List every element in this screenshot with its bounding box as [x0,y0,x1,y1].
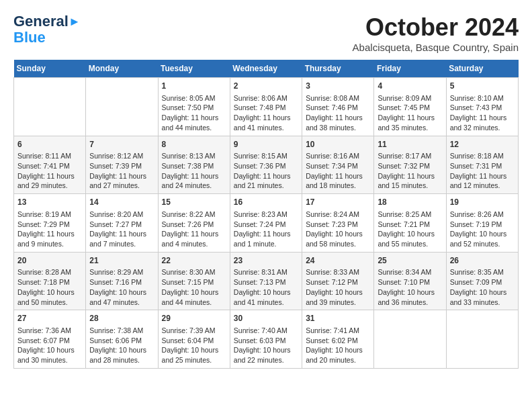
calendar-cell: 8Sunrise: 8:13 AM Sunset: 7:38 PM Daylig… [158,136,230,194]
calendar-cell: 11Sunrise: 8:17 AM Sunset: 7:32 PM Dayli… [374,136,446,194]
weekday-header-tuesday: Tuesday [158,60,230,78]
calendar-cell: 10Sunrise: 8:16 AM Sunset: 7:34 PM Dayli… [302,136,374,194]
day-content: Sunrise: 8:08 AM Sunset: 7:46 PM Dayligh… [306,93,370,133]
page-header: General ► Blue October 2024 Abalcisqueta… [13,13,519,53]
weekday-row: SundayMondayTuesdayWednesdayThursdayFrid… [14,60,519,78]
title-block: October 2024 Abalcisqueta, Basque Countr… [353,13,519,53]
calendar-cell: 12Sunrise: 8:18 AM Sunset: 7:31 PM Dayli… [446,136,518,194]
day-number: 1 [162,81,226,92]
weekday-header-wednesday: Wednesday [230,60,302,78]
calendar-cell [14,78,86,136]
day-content: Sunrise: 8:26 AM Sunset: 7:19 PM Dayligh… [450,210,515,249]
day-number: 8 [162,139,226,150]
day-number: 27 [17,313,82,324]
calendar-cell: 7Sunrise: 8:12 AM Sunset: 7:39 PM Daylig… [86,136,158,194]
logo-general: General [13,13,69,30]
day-content: Sunrise: 8:24 AM Sunset: 7:23 PM Dayligh… [306,210,370,249]
day-number: 15 [162,197,226,208]
day-content: Sunrise: 8:11 AM Sunset: 7:41 PM Dayligh… [17,151,82,191]
calendar-cell: 20Sunrise: 8:28 AM Sunset: 7:18 PM Dayli… [14,252,86,310]
day-content: Sunrise: 8:10 AM Sunset: 7:43 PM Dayligh… [450,93,515,133]
day-number: 6 [17,139,82,150]
calendar-cell: 3Sunrise: 8:08 AM Sunset: 7:46 PM Daylig… [302,78,374,136]
calendar-cell: 2Sunrise: 8:06 AM Sunset: 7:48 PM Daylig… [230,78,302,136]
day-content: Sunrise: 8:09 AM Sunset: 7:45 PM Dayligh… [378,93,442,133]
day-content: Sunrise: 8:15 AM Sunset: 7:36 PM Dayligh… [234,151,298,191]
calendar-cell: 28Sunrise: 7:38 AM Sunset: 6:06 PM Dayli… [86,310,158,369]
day-number: 18 [378,197,442,208]
day-number: 14 [89,197,154,208]
day-content: Sunrise: 8:06 AM Sunset: 7:48 PM Dayligh… [234,93,298,133]
day-number: 3 [306,81,370,92]
day-number: 12 [450,139,515,150]
day-content: Sunrise: 8:17 AM Sunset: 7:32 PM Dayligh… [378,151,442,191]
calendar-cell: 27Sunrise: 7:36 AM Sunset: 6:07 PM Dayli… [14,310,86,369]
day-content: Sunrise: 8:30 AM Sunset: 7:15 PM Dayligh… [162,267,226,307]
calendar-cell: 16Sunrise: 8:23 AM Sunset: 7:24 PM Dayli… [230,194,302,253]
day-number: 16 [234,197,298,208]
logo-icon: ► [69,15,81,29]
calendar-body: 1Sunrise: 8:05 AM Sunset: 7:50 PM Daylig… [14,78,519,369]
day-content: Sunrise: 7:39 AM Sunset: 6:04 PM Dayligh… [162,326,226,365]
calendar-week-4: 20Sunrise: 8:28 AM Sunset: 7:18 PM Dayli… [14,252,519,310]
calendar-cell: 14Sunrise: 8:20 AM Sunset: 7:27 PM Dayli… [86,194,158,253]
calendar-cell [86,78,158,136]
calendar-week-3: 13Sunrise: 8:19 AM Sunset: 7:29 PM Dayli… [14,194,519,253]
day-number: 31 [306,313,370,324]
calendar-week-1: 1Sunrise: 8:05 AM Sunset: 7:50 PM Daylig… [14,78,519,136]
calendar-table: SundayMondayTuesdayWednesdayThursdayFrid… [13,60,519,369]
calendar-week-2: 6Sunrise: 8:11 AM Sunset: 7:41 PM Daylig… [14,136,519,194]
weekday-header-friday: Friday [374,60,446,78]
day-content: Sunrise: 8:34 AM Sunset: 7:10 PM Dayligh… [378,267,442,307]
calendar-cell: 21Sunrise: 8:29 AM Sunset: 7:16 PM Dayli… [86,252,158,310]
calendar-cell: 23Sunrise: 8:31 AM Sunset: 7:13 PM Dayli… [230,252,302,310]
location-subtitle: Abalcisqueta, Basque Country, Spain [353,42,519,53]
day-number: 28 [89,313,154,324]
day-number: 20 [17,255,82,267]
day-number: 23 [234,255,298,267]
calendar-cell: 1Sunrise: 8:05 AM Sunset: 7:50 PM Daylig… [158,78,230,136]
day-content: Sunrise: 8:16 AM Sunset: 7:34 PM Dayligh… [306,151,370,191]
day-content: Sunrise: 7:41 AM Sunset: 6:02 PM Dayligh… [306,326,370,365]
logo-blue: Blue [13,30,46,46]
day-number: 24 [306,255,370,267]
day-number: 30 [234,313,298,324]
day-content: Sunrise: 8:22 AM Sunset: 7:26 PM Dayligh… [162,210,226,249]
day-content: Sunrise: 8:33 AM Sunset: 7:12 PM Dayligh… [306,267,370,307]
day-number: 10 [306,139,370,150]
calendar-cell: 19Sunrise: 8:26 AM Sunset: 7:19 PM Dayli… [446,194,518,253]
calendar-cell: 13Sunrise: 8:19 AM Sunset: 7:29 PM Dayli… [14,194,86,253]
day-content: Sunrise: 8:28 AM Sunset: 7:18 PM Dayligh… [17,267,82,307]
day-content: Sunrise: 7:36 AM Sunset: 6:07 PM Dayligh… [17,326,82,365]
day-content: Sunrise: 8:05 AM Sunset: 7:50 PM Dayligh… [162,93,226,133]
day-content: Sunrise: 8:18 AM Sunset: 7:31 PM Dayligh… [450,151,515,191]
day-number: 13 [17,197,82,208]
calendar-cell: 6Sunrise: 8:11 AM Sunset: 7:41 PM Daylig… [14,136,86,194]
day-number: 5 [450,81,515,92]
calendar-header: SundayMondayTuesdayWednesdayThursdayFrid… [14,60,519,78]
calendar-cell: 31Sunrise: 7:41 AM Sunset: 6:02 PM Dayli… [302,310,374,369]
day-number: 29 [162,313,226,324]
calendar-cell: 29Sunrise: 7:39 AM Sunset: 6:04 PM Dayli… [158,310,230,369]
calendar-cell: 17Sunrise: 8:24 AM Sunset: 7:23 PM Dayli… [302,194,374,253]
day-content: Sunrise: 8:12 AM Sunset: 7:39 PM Dayligh… [89,151,154,191]
day-number: 21 [89,255,154,267]
day-number: 19 [450,197,515,208]
calendar-week-5: 27Sunrise: 7:36 AM Sunset: 6:07 PM Dayli… [14,310,519,369]
day-content: Sunrise: 8:19 AM Sunset: 7:29 PM Dayligh… [17,210,82,249]
day-number: 4 [378,81,442,92]
day-number: 11 [378,139,442,150]
calendar-cell: 24Sunrise: 8:33 AM Sunset: 7:12 PM Dayli… [302,252,374,310]
day-content: Sunrise: 8:29 AM Sunset: 7:16 PM Dayligh… [89,267,154,307]
calendar-cell: 4Sunrise: 8:09 AM Sunset: 7:45 PM Daylig… [374,78,446,136]
calendar-cell: 18Sunrise: 8:25 AM Sunset: 7:21 PM Dayli… [374,194,446,253]
day-number: 25 [378,255,442,267]
calendar-cell [374,310,446,369]
weekday-header-monday: Monday [86,60,158,78]
calendar-cell: 9Sunrise: 8:15 AM Sunset: 7:36 PM Daylig… [230,136,302,194]
day-content: Sunrise: 7:38 AM Sunset: 6:06 PM Dayligh… [89,326,154,365]
weekday-header-thursday: Thursday [302,60,374,78]
day-number: 26 [450,255,515,267]
day-content: Sunrise: 8:23 AM Sunset: 7:24 PM Dayligh… [234,210,298,249]
day-content: Sunrise: 8:25 AM Sunset: 7:21 PM Dayligh… [378,210,442,249]
